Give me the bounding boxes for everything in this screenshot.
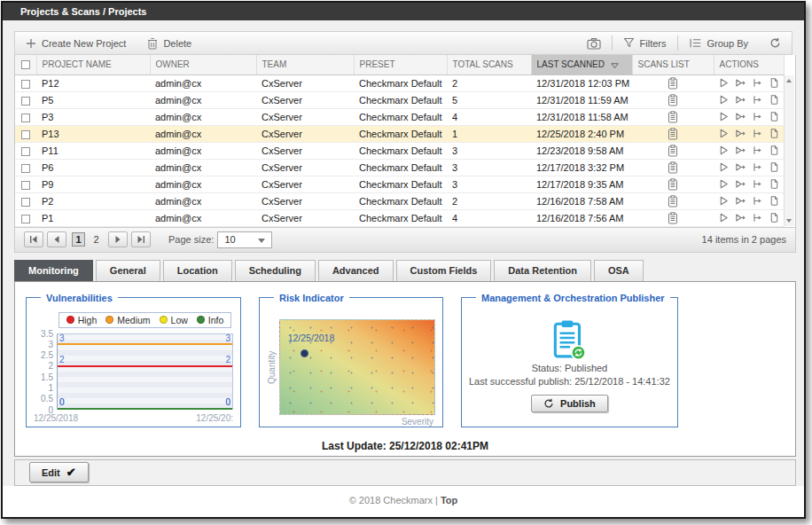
first-page-button[interactable] xyxy=(24,231,43,247)
duplicate-project-icon[interactable] xyxy=(769,195,780,207)
run-scan-icon[interactable] xyxy=(718,178,730,190)
col-header-owner[interactable]: OWNER xyxy=(150,55,256,74)
duplicate-project-icon[interactable] xyxy=(769,145,780,156)
branch-project-icon[interactable] xyxy=(752,212,763,223)
branch-project-icon[interactable] xyxy=(752,178,763,190)
next-page-button[interactable] xyxy=(108,231,128,247)
duplicate-project-icon[interactable] xyxy=(769,161,780,173)
tab-location[interactable]: Location xyxy=(163,260,232,281)
run-incremental-scan-icon[interactable] xyxy=(735,178,746,190)
delete-button[interactable]: Delete xyxy=(137,32,202,54)
table-row[interactable]: P1 admin@cx CxServer Checkmarx Default 4… xyxy=(15,209,784,226)
tab-advanced[interactable]: Advanced xyxy=(318,260,394,281)
run-incremental-scan-icon[interactable] xyxy=(735,161,746,173)
select-all-checkbox[interactable] xyxy=(21,60,30,69)
tab-general[interactable]: General xyxy=(96,260,160,281)
col-header-total-scans[interactable]: TOTAL SCANS xyxy=(447,55,531,74)
tab-osa[interactable]: OSA xyxy=(594,260,644,281)
run-incremental-scan-icon[interactable] xyxy=(735,77,746,89)
filters-button[interactable]: Filters xyxy=(613,37,677,49)
tab-data-retention[interactable]: Data Retention xyxy=(494,260,591,281)
page-size-select[interactable]: 10 xyxy=(217,231,272,248)
branch-project-icon[interactable] xyxy=(752,94,763,106)
duplicate-project-icon[interactable] xyxy=(769,77,780,89)
page-number-2[interactable]: 2 xyxy=(90,233,103,246)
branch-project-icon[interactable] xyxy=(752,128,763,139)
row-checkbox[interactable] xyxy=(21,147,30,156)
table-row[interactable]: P2 admin@cx CxServer Checkmarx Default 2… xyxy=(15,192,784,209)
branch-project-icon[interactable] xyxy=(752,195,763,207)
table-row[interactable]: P5 admin@cx CxServer Checkmarx Default 5… xyxy=(15,91,784,108)
table-row[interactable]: P13 admin@cx CxServer Checkmarx Default … xyxy=(15,125,784,142)
top-link[interactable]: Top xyxy=(441,495,457,505)
scans-list-icon[interactable] xyxy=(668,94,678,106)
table-row[interactable]: P6 admin@cx CxServer Checkmarx Default 3… xyxy=(15,159,784,176)
duplicate-project-icon[interactable] xyxy=(769,111,780,122)
run-incremental-scan-icon[interactable] xyxy=(735,195,746,207)
row-checkbox[interactable] xyxy=(21,164,30,173)
prev-page-button[interactable] xyxy=(47,231,66,247)
col-header-project-name[interactable]: PROJECT NAME xyxy=(36,55,150,74)
scroll-up-icon[interactable] xyxy=(786,79,792,82)
run-incremental-scan-icon[interactable] xyxy=(735,212,746,223)
refresh-button[interactable] xyxy=(759,37,792,49)
col-header-scans-list[interactable]: SCANS LIST xyxy=(632,55,714,74)
tab-custom-fields[interactable]: Custom Fields xyxy=(396,260,492,281)
table-row[interactable]: P11 admin@cx CxServer Checkmarx Default … xyxy=(15,142,784,159)
tab-monitoring[interactable]: Monitoring xyxy=(14,260,93,281)
scans-list-icon[interactable] xyxy=(668,128,678,140)
row-checkbox[interactable] xyxy=(21,198,30,207)
run-incremental-scan-icon[interactable] xyxy=(735,94,746,106)
run-scan-icon[interactable] xyxy=(718,128,730,139)
run-incremental-scan-icon[interactable] xyxy=(735,128,746,139)
scans-list-icon[interactable] xyxy=(668,145,678,157)
run-scan-icon[interactable] xyxy=(718,77,730,89)
run-scan-icon[interactable] xyxy=(718,145,730,156)
branch-project-icon[interactable] xyxy=(752,77,763,89)
run-incremental-scan-icon[interactable] xyxy=(735,145,746,156)
run-incremental-scan-icon[interactable] xyxy=(735,111,746,122)
cell-preset: Checkmarx Default xyxy=(354,142,447,159)
branch-project-icon[interactable] xyxy=(752,161,763,173)
scans-list-icon[interactable] xyxy=(668,77,678,90)
snapshot-button[interactable] xyxy=(576,37,612,50)
scans-list-icon[interactable] xyxy=(668,161,678,174)
run-scan-icon[interactable] xyxy=(718,94,730,106)
row-checkbox[interactable] xyxy=(21,215,30,223)
run-scan-icon[interactable] xyxy=(718,195,730,207)
publish-button[interactable]: Publish xyxy=(531,395,608,412)
scans-list-icon[interactable] xyxy=(668,111,678,123)
col-header-preset[interactable]: PRESET xyxy=(354,55,447,74)
duplicate-project-icon[interactable] xyxy=(769,212,780,223)
row-checkbox[interactable] xyxy=(21,80,30,89)
page-size-value: 10 xyxy=(224,234,235,245)
table-row[interactable]: P12 admin@cx CxServer Checkmarx Default … xyxy=(15,74,784,91)
row-checkbox[interactable] xyxy=(21,97,30,106)
duplicate-project-icon[interactable] xyxy=(769,94,780,106)
create-new-project-button[interactable]: Create New Project xyxy=(15,32,137,54)
group-by-button[interactable]: Group By xyxy=(678,37,759,49)
run-scan-icon[interactable] xyxy=(718,111,730,122)
table-scrollbar[interactable] xyxy=(784,75,794,226)
row-checkbox[interactable] xyxy=(21,130,30,139)
duplicate-project-icon[interactable] xyxy=(769,178,780,190)
col-header-team[interactable]: TEAM xyxy=(256,55,354,74)
scans-list-icon[interactable] xyxy=(668,212,678,224)
duplicate-project-icon[interactable] xyxy=(769,128,780,139)
branch-project-icon[interactable] xyxy=(752,111,763,122)
last-page-button[interactable] xyxy=(131,231,151,247)
edit-button[interactable]: Edit ✔ xyxy=(29,462,89,482)
row-checkbox[interactable] xyxy=(21,114,30,122)
scroll-down-icon[interactable] xyxy=(786,219,792,223)
scans-list-icon[interactable] xyxy=(668,195,678,208)
branch-project-icon[interactable] xyxy=(752,145,763,156)
run-scan-icon[interactable] xyxy=(718,212,730,223)
scans-list-icon[interactable] xyxy=(668,178,678,191)
tab-scheduling[interactable]: Scheduling xyxy=(235,260,316,281)
table-row[interactable]: P9 admin@cx CxServer Checkmarx Default 3… xyxy=(15,176,784,192)
page-number-1[interactable]: 1 xyxy=(72,232,85,247)
row-checkbox[interactable] xyxy=(21,181,30,190)
col-header-last-scanned[interactable]: LAST SCANNED xyxy=(531,55,632,74)
run-scan-icon[interactable] xyxy=(718,161,730,173)
table-row[interactable]: P3 admin@cx CxServer Checkmarx Default 4… xyxy=(15,108,784,125)
